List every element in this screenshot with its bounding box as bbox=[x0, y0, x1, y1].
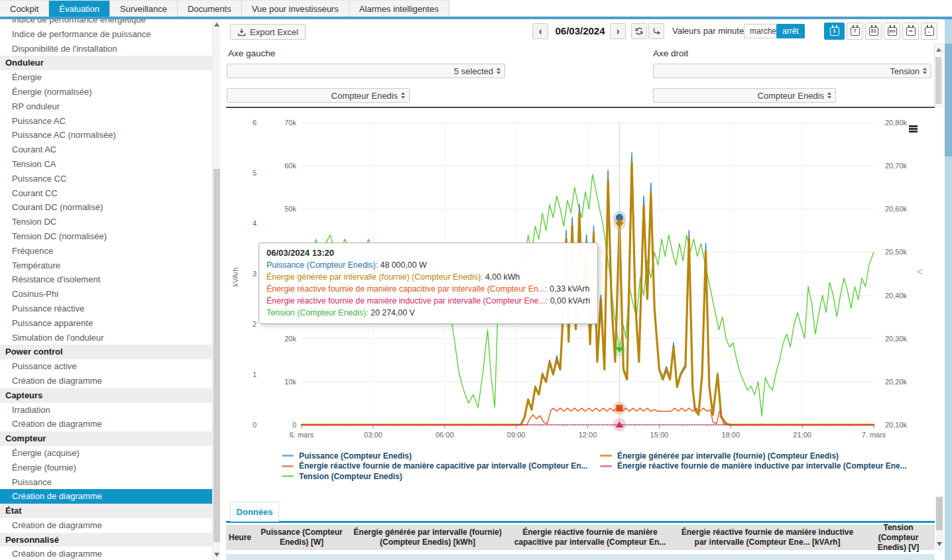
sidebar-item[interactable]: Énergie (normalisée) bbox=[0, 85, 212, 99]
minute-values-off-button[interactable]: arrêt bbox=[776, 24, 805, 38]
scroll-down-icon[interactable] bbox=[214, 553, 219, 557]
nav-tab-alarmes-intelligentes[interactable]: Alarmes intelligentes bbox=[349, 0, 449, 17]
scroll-down-icon[interactable] bbox=[937, 542, 942, 546]
range-button-total[interactable]: ∞ bbox=[902, 23, 919, 40]
sidebar-item[interactable]: Courant CC bbox=[0, 186, 212, 201]
next-day-button[interactable]: › bbox=[610, 23, 626, 39]
sidebar-section-header[interactable]: État bbox=[0, 504, 212, 518]
sidebar-item[interactable]: Création de diagramme bbox=[0, 489, 212, 504]
sidebar-item[interactable]: Création de diagramme bbox=[0, 518, 212, 533]
sidebar-item[interactable]: Puissance AC bbox=[0, 114, 212, 129]
sidebar-item[interactable]: Tension CA bbox=[0, 157, 212, 172]
scrollbar-thumb[interactable] bbox=[945, 44, 952, 156]
export-excel-button[interactable]: Export Excel bbox=[230, 24, 306, 40]
tooltip-lines: Puissance (Compteur Enedis): 48 000,00 W… bbox=[267, 259, 590, 319]
page-scrollbar[interactable] bbox=[945, 19, 952, 560]
prev-day-button[interactable]: ‹ bbox=[532, 23, 548, 39]
tooltip-line: Tension (Compteur Enedis): 20 274,00 V bbox=[267, 307, 590, 319]
sidebar-item[interactable]: Énergie (acquise) bbox=[0, 446, 212, 461]
sidebar-item[interactable]: Irradiation bbox=[0, 403, 212, 418]
tab-donnees[interactable]: Données bbox=[230, 502, 279, 522]
sidebar-section-header[interactable]: Onduleur bbox=[0, 56, 212, 70]
scrollbar-thumb[interactable] bbox=[213, 169, 220, 542]
sidebar-list: Indice de performance énergétiqueIndice … bbox=[0, 19, 212, 560]
legend-dash-icon bbox=[600, 465, 612, 467]
app-window: CockpitÉvaluationSurveillanceDocumentsVu… bbox=[0, 0, 952, 560]
scrollbar-thumb[interactable] bbox=[936, 497, 943, 530]
left-axis-select[interactable]: 5 selected bbox=[227, 64, 505, 78]
sidebar-section-header[interactable]: Compteur bbox=[0, 431, 212, 446]
values-per-minute-label: Valeurs par minute bbox=[672, 23, 744, 39]
sidebar-item[interactable]: Tension DC (normalisée) bbox=[0, 229, 212, 244]
range-button-month[interactable]: 31 bbox=[865, 23, 882, 40]
jump-to-today-button[interactable] bbox=[648, 23, 664, 39]
range-button-year[interactable]: 365 bbox=[884, 23, 900, 40]
chart-menu-icon[interactable] bbox=[909, 125, 918, 133]
calendar-icon: 1 bbox=[830, 27, 839, 36]
sidebar-scrollbar[interactable] bbox=[212, 19, 220, 560]
panel-scrollbar[interactable] bbox=[934, 44, 943, 107]
sidebar-item[interactable]: Simulation de l'onduleur bbox=[0, 331, 212, 345]
sidebar-item[interactable]: Puissance réactive bbox=[0, 302, 212, 316]
sidebar-item[interactable]: Énergie (fournie) bbox=[0, 461, 212, 475]
legend-item[interactable]: Énergie réactive fournie de manière indu… bbox=[600, 461, 907, 472]
sidebar-item[interactable]: RP onduleur bbox=[0, 99, 212, 114]
range-button-day[interactable]: 1 bbox=[824, 23, 845, 40]
nav-tab-surveillance[interactable]: Surveillance bbox=[110, 0, 178, 17]
sidebar-item[interactable]: Courant DC (normalisé) bbox=[0, 200, 212, 215]
sidebar-item[interactable]: Puissance AC (normalisée) bbox=[0, 128, 212, 142]
sidebar-item[interactable]: Puissance bbox=[0, 475, 212, 490]
sidebar-section-header[interactable]: Personnalisé bbox=[0, 533, 212, 547]
calendar-icon: 7 bbox=[851, 27, 860, 36]
collapse-panel-icon[interactable]: < bbox=[917, 266, 923, 277]
sidebar-item[interactable]: Disponibilité de l'installation bbox=[0, 42, 212, 56]
svg-text:1: 1 bbox=[253, 370, 257, 378]
svg-text:20k: 20k bbox=[284, 335, 296, 343]
sidebar-item[interactable]: Puissance CC bbox=[0, 172, 212, 186]
sidebar-item[interactable]: Résistance d'isolement bbox=[0, 272, 212, 287]
legend-item[interactable]: Énergie générée par intervalle (fournie)… bbox=[600, 451, 907, 461]
scroll-up-icon[interactable] bbox=[936, 48, 941, 52]
nav-tab-cockpit[interactable]: Cockpit bbox=[0, 0, 49, 17]
left-axis-source-select[interactable]: Compteur Enedis bbox=[227, 88, 410, 103]
bottom-band bbox=[226, 554, 935, 560]
data-table-header: HeurePuissance (Compteur Enedis) [W]Éner… bbox=[226, 525, 935, 550]
sidebar-item[interactable]: Indice de performance énergétique bbox=[0, 19, 212, 27]
sidebar-section-header[interactable]: Capteurs bbox=[0, 388, 212, 403]
legend-item[interactable]: Tension (Compteur Enedis) bbox=[282, 471, 588, 482]
legend-dash-icon bbox=[600, 455, 612, 457]
scroll-up-icon[interactable] bbox=[214, 23, 219, 27]
sidebar-item[interactable]: Énergie bbox=[0, 70, 212, 85]
scrollbar-thumb[interactable] bbox=[935, 57, 941, 104]
sidebar-item[interactable]: Fréquence bbox=[0, 244, 212, 258]
svg-text:6: 6 bbox=[253, 119, 257, 127]
sidebar-item[interactable]: Tension DC bbox=[0, 215, 212, 229]
sidebar-item[interactable]: Puissance active bbox=[0, 359, 212, 374]
sidebar-item[interactable]: Température bbox=[0, 258, 212, 273]
sidebar-item[interactable]: Création de diagramme bbox=[0, 417, 212, 431]
sidebar-item[interactable]: Création de diagramme bbox=[0, 374, 212, 388]
right-axis-select[interactable]: Tension bbox=[653, 64, 931, 78]
nav-tab-vue-pour-investisseurs[interactable]: Vue pour investisseurs bbox=[242, 0, 349, 17]
tooltip-value: 0,33 kVArh bbox=[550, 284, 589, 294]
nav-tab-documents[interactable]: Documents bbox=[178, 0, 242, 17]
sidebar-section-header[interactable]: Power control bbox=[0, 345, 212, 359]
refresh-button[interactable] bbox=[631, 23, 647, 39]
sidebar-item[interactable]: Puissance apparente bbox=[0, 316, 212, 331]
nav-tab--valuation[interactable]: Évaluation bbox=[49, 0, 110, 17]
range-button-custom[interactable]: .. bbox=[921, 23, 937, 40]
sidebar-item[interactable]: Cosinus-Phi bbox=[0, 287, 212, 302]
range-button-week[interactable]: 7 bbox=[847, 23, 863, 40]
sidebar-item[interactable]: Courant AC bbox=[0, 142, 212, 157]
sidebar-item[interactable]: Indice de performance de puissance bbox=[0, 27, 212, 42]
data-point-marker[interactable] bbox=[616, 405, 623, 412]
column-header: Énergie réactive fournie de manière indu… bbox=[673, 525, 862, 550]
table-scrollbar[interactable] bbox=[935, 496, 943, 550]
sidebar-item[interactable]: Création de diagramme bbox=[0, 547, 212, 560]
tooltip-line: Énergie générée par intervalle (fournie)… bbox=[267, 271, 590, 283]
svg-text:6. mars: 6. mars bbox=[290, 431, 314, 439]
legend-item[interactable]: Énergie réactive fournie de manière capa… bbox=[282, 461, 588, 472]
svg-text:15:00: 15:00 bbox=[650, 431, 669, 439]
legend-item[interactable]: Puissance (Compteur Enedis) bbox=[282, 451, 588, 461]
right-axis-source-select[interactable]: Compteur Enedis bbox=[653, 88, 836, 103]
